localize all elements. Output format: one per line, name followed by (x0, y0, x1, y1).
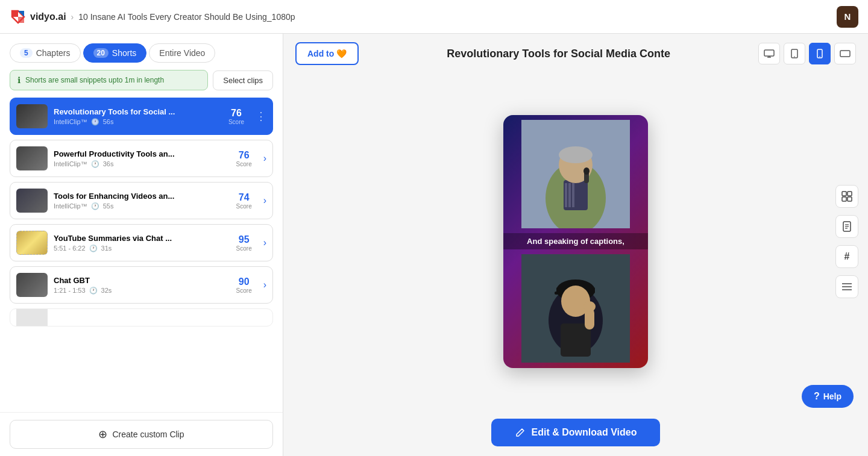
clip-thumbnail (16, 273, 48, 297)
view-landscape-button[interactable] (834, 43, 856, 64)
clip-chevron-icon[interactable]: › (263, 237, 266, 248)
view-phone-button[interactable] (809, 43, 831, 64)
tab-chapters[interactable]: 5 Chapters (10, 43, 81, 63)
document-icon-button[interactable] (835, 215, 858, 238)
clip-info: Tools for Enhancing Videos an... Intelli… (54, 192, 225, 210)
clip-score-label: Score (236, 287, 252, 294)
intelliclip-label: IntelliClip™ (54, 160, 87, 167)
svg-rect-33 (842, 197, 846, 201)
info-row: ℹ Shorts are small snippets upto 1m in l… (0, 70, 283, 98)
clip-score-label: Score (236, 203, 252, 210)
clip-time-range: 5:51 - 6:22 (54, 245, 86, 252)
create-custom-clip-button[interactable]: ⊕ Create custom Clip (10, 420, 273, 449)
clip-item[interactable]: Powerful Productivity Tools an... Intell… (10, 140, 273, 177)
clip-more-menu[interactable]: ⋮ (256, 110, 266, 123)
clip-score: 74 (239, 192, 250, 203)
vidyo-logo-icon (10, 8, 27, 25)
help-circle-icon: ? (814, 391, 820, 402)
intelliclip-label: IntelliClip™ (54, 202, 87, 210)
right-sidebar-icons: # (835, 185, 858, 298)
logo[interactable]: vidyo.ai (10, 8, 66, 25)
clock-icon: 🕐 (91, 118, 99, 126)
tablet-icon (791, 49, 798, 58)
add-to-button[interactable]: Add to 🧡 (295, 42, 359, 65)
clip-score-col: 74 Score (231, 192, 257, 210)
clip-chevron-icon[interactable]: › (263, 153, 266, 164)
svg-rect-31 (842, 192, 846, 196)
clip-score: 76 (239, 150, 250, 161)
clips-list: Revolutionary Tools for Social ... Intel… (0, 98, 283, 412)
video-preview: And speaking of captions, (503, 115, 648, 368)
clip-duration: 32s (101, 287, 112, 294)
speaker-illustration (521, 120, 630, 228)
svg-rect-15 (565, 183, 567, 207)
user-avatar[interactable]: N (837, 6, 858, 28)
desktop-icon (764, 49, 775, 58)
info-icon: ℹ (17, 75, 20, 85)
chapters-badge: 5 (20, 48, 33, 58)
svg-marker-2 (18, 11, 24, 17)
clip-chevron-icon[interactable]: › (263, 280, 266, 290)
svg-point-19 (559, 146, 593, 163)
create-custom-label: Create custom Clip (112, 429, 184, 439)
svg-point-8 (794, 56, 795, 57)
clock-icon: 🕐 (89, 287, 98, 295)
audience-illustration (521, 254, 630, 363)
add-to-label: Add to 🧡 (307, 49, 347, 58)
clip-item[interactable]: Chat GBT 1:21 - 1:53 🕐 32s 90 Score › (10, 266, 273, 304)
svg-rect-4 (764, 50, 774, 56)
clip-score-label: Score (228, 119, 244, 125)
info-text: Shorts are small snippets upto 1m in len… (25, 76, 164, 84)
svg-rect-16 (568, 183, 571, 207)
clip-item[interactable]: YouTube Summaries via Chat ... 5:51 - 6:… (10, 224, 273, 261)
help-label: Help (823, 392, 841, 401)
svg-rect-17 (572, 183, 574, 207)
lines-icon-button[interactable] (835, 275, 858, 298)
left-panel: 5 Chapters 20 Shorts Entire Video ℹ Shor… (0, 34, 283, 456)
hashtag-icon-button[interactable]: # (835, 245, 858, 268)
main-layout: 5 Chapters 20 Shorts Entire Video ℹ Shor… (0, 34, 868, 456)
select-clips-button[interactable]: Select clips (213, 70, 273, 90)
view-tablet-button[interactable] (784, 43, 805, 64)
clip-info: YouTube Summaries via Chat ... 5:51 - 6:… (54, 234, 225, 252)
tabs-row: 5 Chapters 20 Shorts Entire Video (0, 43, 283, 70)
clip-score: 76 (231, 108, 242, 119)
layout-icon-button[interactable] (835, 185, 858, 208)
clip-title: Tools for Enhancing Videos an... (54, 192, 225, 201)
clip-item[interactable]: Revolutionary Tools for Social ... Intel… (10, 98, 273, 135)
clip-item[interactable]: Tools for Enhancing Videos an... Intelli… (10, 182, 273, 219)
video-top-half (503, 115, 648, 234)
preview-area: And speaking of captions, (283, 73, 868, 409)
tab-shorts-label: Shorts (112, 48, 136, 58)
clip-thumbnail (16, 146, 48, 170)
landscape-icon (840, 50, 851, 57)
clip-item[interactable] (10, 308, 273, 326)
clip-chevron-icon[interactable]: › (263, 195, 266, 206)
clip-duration: 55s (103, 202, 114, 210)
view-desktop-button[interactable] (758, 43, 780, 64)
tab-entire-video[interactable]: Entire Video (149, 43, 215, 63)
clip-meta: 5:51 - 6:22 🕐 31s (54, 245, 225, 252)
right-panel: Add to 🧡 Revolutionary Tools for Social … (283, 34, 868, 456)
edit-download-row: Edit & Download Video (283, 409, 868, 456)
topbar: vidyo.ai › 10 Insane AI Tools Every Crea… (0, 0, 868, 34)
clip-score-label: Score (236, 161, 252, 167)
clip-title: Chat GBT (54, 276, 225, 285)
clip-score-col: 76 Score (231, 150, 257, 167)
clip-meta: IntelliClip™ 🕐 55s (54, 202, 225, 210)
clip-thumbnail (16, 104, 48, 128)
svg-point-21 (583, 167, 590, 175)
clip-time-range: 1:21 - 1:53 (54, 287, 86, 294)
help-button[interactable]: ? Help (802, 385, 854, 408)
clip-score: 90 (239, 276, 250, 287)
edit-download-button[interactable]: Edit & Download Video (491, 419, 660, 446)
tab-shorts[interactable]: 20 Shorts (83, 43, 147, 63)
clip-score-col: 95 Score (231, 234, 257, 252)
info-pill: ℹ Shorts are small snippets upto 1m in l… (10, 70, 208, 90)
clip-score-col: 76 Score (223, 108, 250, 125)
clip-meta: 1:21 - 1:53 🕐 32s (54, 287, 225, 295)
clip-score-label: Score (236, 245, 252, 252)
clock-icon: 🕐 (91, 160, 99, 168)
create-btn-row: ⊕ Create custom Clip (0, 412, 283, 456)
tab-entire-label: Entire Video (159, 48, 205, 58)
